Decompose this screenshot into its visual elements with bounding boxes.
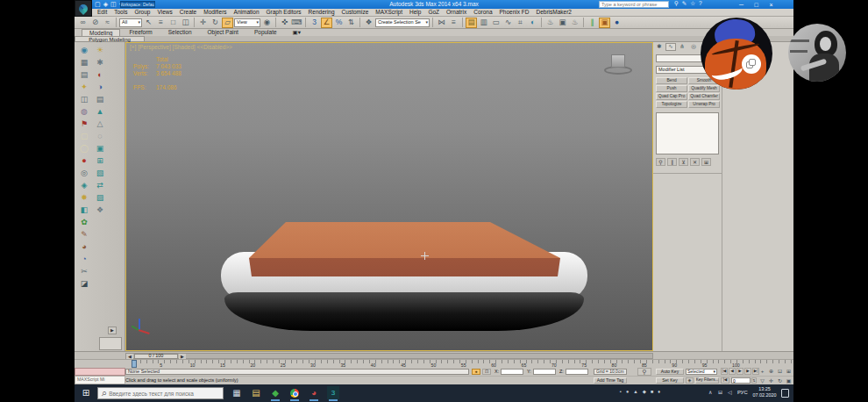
scene-explorer-icon[interactable]: ▥ — [478, 18, 489, 28]
auto-key-button[interactable]: Auto Key — [656, 369, 684, 375]
isoline-display-icon[interactable]: ◈ — [78, 180, 90, 190]
ribbon-tab-selection[interactable]: Selection — [161, 29, 199, 36]
ring-selection-icon[interactable]: ◍ — [78, 106, 90, 117]
ribbon-tab-modeling[interactable]: Modeling — [82, 29, 120, 36]
ribbon-tab-populate[interactable]: Populate — [247, 29, 284, 36]
menu-views[interactable]: Views — [157, 10, 172, 16]
schematic-view-icon[interactable]: ⌗ — [515, 18, 526, 28]
ribbon-expand-icon[interactable]: ▶ — [108, 327, 117, 334]
favorites-icon[interactable]: ☆ — [690, 1, 695, 7]
modifier-button-quad-chamfer[interactable]: Quad Chamfer — [688, 93, 720, 100]
current-frame-marker[interactable] — [132, 360, 137, 368]
search-icon[interactable]: ⚲ — [674, 1, 679, 7]
modifier-button-bend[interactable]: Bend — [656, 77, 687, 84]
pan-icon[interactable]: ✛ — [767, 377, 775, 384]
taskbar-search[interactable]: ⚲ — [97, 387, 224, 399]
preserve-uvs-icon[interactable]: ▢ — [78, 131, 90, 141]
menu-debrismaker2[interactable]: DebrisMaker2 — [536, 10, 571, 16]
loop-selection-icon[interactable]: ◫ — [78, 94, 90, 104]
volume-icon[interactable]: ◁ — [728, 390, 732, 395]
network-icon[interactable]: ⊟ — [718, 390, 722, 395]
menu-phoenix-fd[interactable]: Phoenix FD — [500, 10, 530, 16]
show-hidden-icons-icon[interactable]: ∧ — [708, 390, 712, 395]
angle-snap-icon[interactable]: ∠ — [321, 18, 332, 28]
menu-group[interactable]: Group — [134, 10, 150, 16]
ribbon-overflow-icon[interactable]: ▣▾ — [286, 29, 308, 36]
paint-deform-icon[interactable]: ✿ — [78, 217, 90, 227]
start-button[interactable]: ⊞ — [80, 388, 92, 398]
select-and-scale-icon[interactable]: ▱ — [222, 18, 233, 28]
named-selection-sets-icon[interactable]: ❖ — [363, 18, 374, 28]
quad-grid-icon[interactable]: ⊞ — [94, 155, 106, 166]
perspective-viewport[interactable]: [+] [Perspective] [Shaded] <<Disabled>> … — [125, 42, 653, 351]
selection-lock-icon[interactable]: ● — [472, 369, 480, 375]
split-icon[interactable]: ✂ — [78, 266, 90, 276]
corona-toggle-icon[interactable]: ∥ — [587, 18, 598, 28]
modifier-button-quadify-mesh[interactable]: Quadify Mesh — [688, 85, 720, 92]
remove-modifier-icon[interactable]: ✕ — [690, 158, 700, 166]
media-app-icon[interactable]: ◕ — [308, 386, 320, 399]
list-icon[interactable]: ▤ — [94, 94, 106, 104]
tweak-icon[interactable]: ◯ — [78, 143, 90, 154]
paint-options-icon[interactable]: ◔ — [78, 254, 90, 264]
grow-selection-icon[interactable]: ✦ — [78, 82, 90, 92]
ribbon-scrollbar[interactable] — [99, 337, 122, 350]
menu-goz[interactable]: GoZ — [428, 10, 439, 16]
taskbar-clock[interactable]: 13:25 07.02.2020 — [751, 387, 778, 399]
next-frame-button[interactable]: ▶ — [744, 368, 751, 375]
menu-animation[interactable]: Animation — [234, 10, 260, 16]
key-mode-toggle-icon[interactable]: |◀ — [721, 377, 729, 384]
render-setup-icon[interactable]: ♨ — [544, 18, 556, 28]
help-search-input[interactable] — [599, 1, 669, 8]
3dsmax-app-icon[interactable]: 3 — [327, 386, 339, 399]
zoom-extents-icon[interactable]: ⊡ — [776, 368, 784, 375]
select-and-link-icon[interactable]: ∞ — [77, 18, 89, 28]
go-to-start-button[interactable]: |◀ — [721, 368, 728, 375]
menu-edit[interactable]: Edit — [97, 10, 107, 16]
menu-tools[interactable]: Tools — [114, 10, 127, 16]
use-nurms-icon[interactable]: ◎ — [78, 168, 90, 178]
current-frame-field[interactable] — [731, 377, 751, 384]
shrink-selection-icon[interactable]: ▤ — [78, 69, 90, 80]
mirror-icon[interactable]: ⋈ — [436, 18, 447, 28]
frame-spinner[interactable]: ⇅ — [751, 377, 757, 384]
spinner-snap-icon[interactable]: ⇅ — [345, 18, 357, 28]
add-time-tag-button[interactable]: Add Time Tag — [594, 377, 627, 384]
unlink-selection-icon[interactable]: ⊘ — [89, 18, 101, 28]
select-and-manipulate-icon[interactable]: ✜ — [279, 18, 290, 28]
previous-frame-button[interactable]: ◀ — [729, 368, 736, 375]
select-and-move-icon[interactable]: ✛ — [197, 18, 209, 28]
configure-modifier-sets-icon[interactable]: ⊞ — [701, 158, 711, 166]
revert-brush-icon[interactable]: ◕ — [78, 241, 90, 252]
menu-modifiers[interactable]: Modifiers — [203, 10, 226, 16]
menu-create[interactable]: Create — [180, 10, 197, 16]
set-key-button[interactable]: Set Key — [656, 377, 684, 384]
modifier-stack-list[interactable] — [656, 112, 719, 154]
polygon-subobject-icon[interactable]: ◧ — [78, 205, 90, 215]
use-pivot-center-icon[interactable]: ◉ — [261, 18, 273, 28]
keyboard-language-indicator[interactable]: РУС — [737, 391, 748, 396]
workspace-dropdown[interactable]: Workspace: Default — [120, 1, 155, 8]
curve-editor-icon[interactable]: ∿ — [502, 18, 514, 28]
menu-maxscript[interactable]: MAXScript — [375, 10, 402, 16]
menu-corona[interactable]: Corona — [473, 10, 492, 16]
zoom-all-icon[interactable]: ⊕ — [767, 368, 775, 375]
key-filters-button[interactable]: Key Filters... — [695, 377, 719, 384]
orbit-icon[interactable]: ↻ — [776, 377, 784, 384]
tray-app-2-icon[interactable]: ● — [626, 390, 629, 395]
tray-app-6-icon[interactable]: ♦ — [658, 390, 660, 395]
taskbar-search-input[interactable] — [109, 391, 214, 397]
reference-coordinate-dropdown[interactable]: View▾ — [234, 18, 260, 27]
relax-brush-icon[interactable]: ✎ — [78, 229, 90, 240]
corona-icon[interactable]: ● — [611, 18, 623, 28]
close-button[interactable]: × — [764, 0, 779, 9]
select-object-icon[interactable]: ↖ — [143, 18, 154, 28]
tray-app-1-icon[interactable]: ▪ — [620, 390, 622, 395]
key-selection-dropdown[interactable]: Selected ▾ — [686, 369, 717, 375]
ribbon-tab-freeform[interactable]: Freeform — [122, 29, 159, 36]
tray-app-4-icon[interactable]: ◆ — [643, 390, 646, 395]
show-end-result-icon[interactable]: ∥ — [667, 158, 677, 166]
menu-help[interactable]: Help — [409, 10, 421, 16]
modifier-button-unwrap-pro[interactable]: Unwrap Pro — [688, 101, 720, 108]
action-center-icon[interactable] — [781, 389, 789, 398]
